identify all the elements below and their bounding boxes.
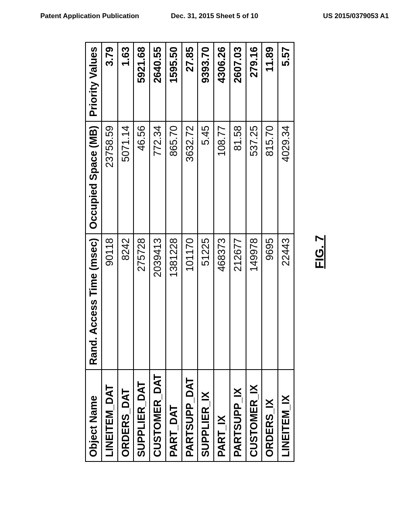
cell-rat: 2039413 — [150, 234, 166, 370]
table-row: PARTSUPP_DAT 101170 3632.72 27.85 — [182, 42, 198, 461]
cell-space: 5071.14 — [118, 121, 134, 234]
cell-space: 46.56 — [133, 121, 150, 234]
col-object-name: Object Name — [86, 370, 102, 461]
cell-priority: 5.57 — [278, 42, 294, 121]
cell-priority: 2640.55 — [150, 42, 166, 121]
cell-rat: 90118 — [102, 234, 118, 370]
cell-object: ORDERS_DAT — [118, 370, 134, 461]
cell-priority: 3.79 — [102, 42, 118, 121]
table-row: ORDERS_IX 9695 815.70 11.89 — [262, 42, 278, 461]
cell-rat: 22443 — [278, 234, 294, 370]
table-row: SUPPLIER_IX 51225 5.45 9393.70 — [198, 42, 214, 461]
cell-priority: 1.63 — [118, 42, 134, 121]
cell-space: 3632.72 — [182, 121, 198, 234]
table-row: PART_DAT 1381228 865.70 1595.50 — [166, 42, 182, 461]
table-row: CUSTOMER_IX 149978 537.25 279.16 — [246, 42, 262, 461]
cell-space: 81.58 — [230, 121, 246, 234]
cell-rat: 8242 — [118, 234, 134, 370]
cell-priority: 5921.68 — [133, 42, 150, 121]
cell-priority: 11.89 — [262, 42, 278, 121]
header-patent-number: US 2015/0379053 A1 — [273, 12, 389, 20]
table-row: ORDERS_DAT 8242 5071.14 1.63 — [118, 42, 134, 461]
header-publication: Patent Application Publication — [40, 12, 156, 20]
cell-priority: 9393.70 — [198, 42, 214, 121]
cell-rat: 149978 — [246, 234, 262, 370]
table-row: PARTSUPP_IX 212677 81.58 2607.03 — [230, 42, 246, 461]
figure-container: Object Name Rand. Access Time (msec) Occ… — [56, 103, 355, 401]
cell-object: PARTSUPP_DAT — [182, 370, 198, 461]
cell-object: SUPPLIER_IX — [198, 370, 214, 461]
figure-caption: FIG. 7 — [313, 235, 326, 268]
cell-space: 23758.59 — [102, 121, 118, 234]
cell-priority: 2607.03 — [230, 42, 246, 121]
table-row: LINEITEM_DAT 90118 23758.59 3.79 — [102, 42, 118, 461]
table-header-row: Object Name Rand. Access Time (msec) Occ… — [86, 42, 102, 461]
cell-priority: 1595.50 — [166, 42, 182, 121]
col-space: Occupied Space (MB) — [86, 121, 102, 234]
cell-priority: 279.16 — [246, 42, 262, 121]
table-row: LINEITEM_IX 22443 4029.34 5.57 — [278, 42, 294, 461]
priority-table: Object Name Rand. Access Time (msec) Occ… — [85, 42, 294, 462]
cell-space: 108.77 — [214, 121, 230, 234]
cell-object: CUSTOMER_DAT — [150, 370, 166, 461]
table-row: PART_IX 468373 108.77 4306.26 — [214, 42, 230, 461]
cell-space: 865.70 — [166, 121, 182, 234]
table-row: CUSTOMER_DAT 2039413 772.34 2640.55 — [150, 42, 166, 461]
cell-priority: 4306.26 — [214, 42, 230, 121]
cell-rat: 275728 — [133, 234, 150, 370]
cell-object: SUPPLIER_DAT — [133, 370, 150, 461]
cell-object: PARTSUPP_IX — [230, 370, 246, 461]
cell-object: CUSTOMER_IX — [246, 370, 262, 461]
cell-priority: 27.85 — [182, 42, 198, 121]
cell-object: PART_IX — [214, 370, 230, 461]
cell-object: PART_DAT — [166, 370, 182, 461]
cell-space: 815.70 — [262, 121, 278, 234]
cell-space: 772.34 — [150, 121, 166, 234]
cell-rat: 51225 — [198, 234, 214, 370]
page-header: Patent Application Publication Dec. 31, … — [0, 0, 413, 20]
col-rat: Rand. Access Time (msec) — [86, 234, 102, 370]
header-date-sheet: Dec. 31, 2015 Sheet 5 of 10 — [156, 12, 273, 20]
cell-space: 4029.34 — [278, 121, 294, 234]
cell-rat: 1381228 — [166, 234, 182, 370]
cell-rat: 468373 — [214, 234, 230, 370]
cell-rat: 9695 — [262, 234, 278, 370]
table-row: SUPPLIER_DAT 275728 46.56 5921.68 — [133, 42, 150, 461]
cell-rat: 212677 — [230, 234, 246, 370]
cell-space: 537.25 — [246, 121, 262, 234]
cell-object: ORDERS_IX — [262, 370, 278, 461]
cell-object: LINEITEM_DAT — [102, 370, 118, 461]
col-priority: Priority Values — [86, 42, 102, 121]
cell-space: 5.45 — [198, 121, 214, 234]
cell-object: LINEITEM_IX — [278, 370, 294, 461]
cell-rat: 101170 — [182, 234, 198, 370]
